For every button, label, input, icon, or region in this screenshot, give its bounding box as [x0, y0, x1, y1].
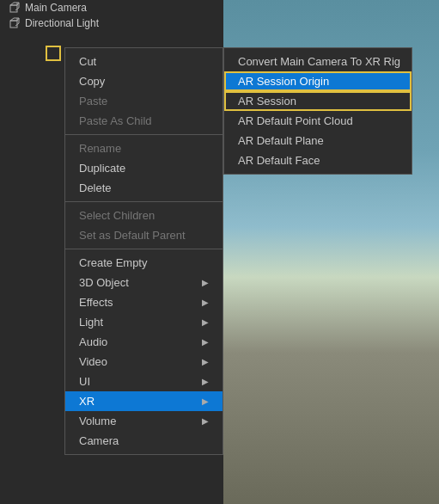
menu-item-light[interactable]: Light ▶: [65, 312, 223, 332]
menu-item-volume[interactable]: Volume ▶: [65, 411, 223, 431]
context-menu: Cut Copy Paste Paste As Child Rename Dup…: [64, 47, 223, 455]
sub-menu-item-ar-session-origin[interactable]: AR Session Origin: [224, 71, 412, 91]
hierarchy-item-directional-light-label: Directional Light: [25, 17, 99, 29]
menu-item-paste[interactable]: Paste: [65, 91, 223, 111]
arrow-icon-volume: ▶: [202, 416, 209, 426]
cube-icon: [9, 2, 21, 14]
menu-item-ui[interactable]: UI ▶: [65, 372, 223, 391]
menu-item-cut[interactable]: Cut: [65, 52, 223, 71]
arrow-icon-light: ▶: [202, 317, 209, 327]
hierarchy-item-main-camera-label: Main Camera: [25, 2, 87, 14]
arrow-icon-audio: ▶: [202, 337, 209, 347]
menu-divider-2: [65, 201, 223, 202]
sub-context-menu-xr: Convert Main Camera To XR Rig AR Session…: [223, 47, 412, 175]
arrow-icon-xr: ▶: [202, 396, 209, 406]
menu-item-set-default-parent[interactable]: Set as Default Parent: [65, 225, 223, 245]
menu-item-rename[interactable]: Rename: [65, 138, 223, 158]
hierarchy-item-main-camera[interactable]: Main Camera: [0, 0, 223, 15]
menu-item-audio[interactable]: Audio ▶: [65, 332, 223, 352]
menu-item-copy[interactable]: Copy: [65, 71, 223, 91]
menu-item-camera[interactable]: Camera: [65, 431, 223, 451]
menu-item-effects[interactable]: Effects ▶: [65, 292, 223, 312]
arrow-icon-3d-object: ▶: [202, 278, 209, 287]
sub-menu-item-ar-default-point-cloud[interactable]: AR Default Point Cloud: [224, 111, 412, 131]
menu-item-delete[interactable]: Delete: [65, 178, 223, 198]
svg-rect-4: [10, 21, 17, 28]
menu-divider-1: [65, 134, 223, 135]
selection-box: [46, 46, 61, 61]
sub-menu-item-ar-default-face[interactable]: AR Default Face: [224, 151, 412, 170]
hierarchy-item-directional-light[interactable]: Directional Light: [0, 15, 223, 31]
arrow-icon-video: ▶: [202, 357, 209, 366]
menu-item-create-empty[interactable]: Create Empty: [65, 253, 223, 273]
menu-divider-3: [65, 249, 223, 249]
sub-menu-item-ar-session[interactable]: AR Session: [224, 91, 412, 111]
sub-menu-item-ar-default-plane[interactable]: AR Default Plane: [224, 131, 412, 151]
svg-rect-0: [10, 5, 17, 12]
menu-item-select-children[interactable]: Select Children: [65, 206, 223, 225]
arrow-icon-effects: ▶: [202, 298, 209, 307]
menu-item-3d-object[interactable]: 3D Object ▶: [65, 273, 223, 292]
menu-item-xr[interactable]: XR ▶: [65, 391, 223, 411]
sub-menu-item-convert-main-camera[interactable]: Convert Main Camera To XR Rig: [224, 52, 412, 71]
menu-item-duplicate[interactable]: Duplicate: [65, 158, 223, 178]
arrow-icon-ui: ▶: [202, 377, 209, 386]
cube-icon-2: [9, 17, 21, 29]
menu-item-paste-as-child[interactable]: Paste As Child: [65, 111, 223, 131]
menu-item-video[interactable]: Video ▶: [65, 352, 223, 372]
